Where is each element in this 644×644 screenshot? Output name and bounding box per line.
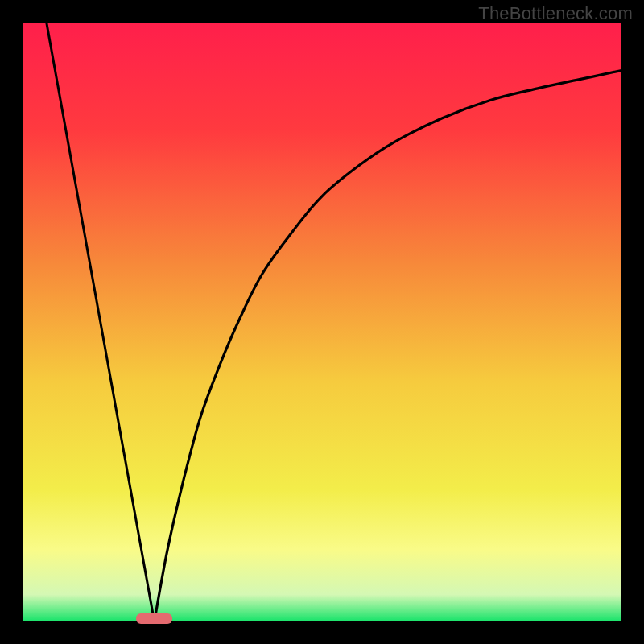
chart-frame: TheBottleneck.com: [0, 0, 644, 644]
watermark-text: TheBottleneck.com: [478, 3, 633, 24]
gradient-background: [23, 23, 621, 621]
minimum-marker: [136, 613, 172, 624]
plot-svg: [23, 23, 621, 621]
plot-area: [23, 23, 621, 621]
